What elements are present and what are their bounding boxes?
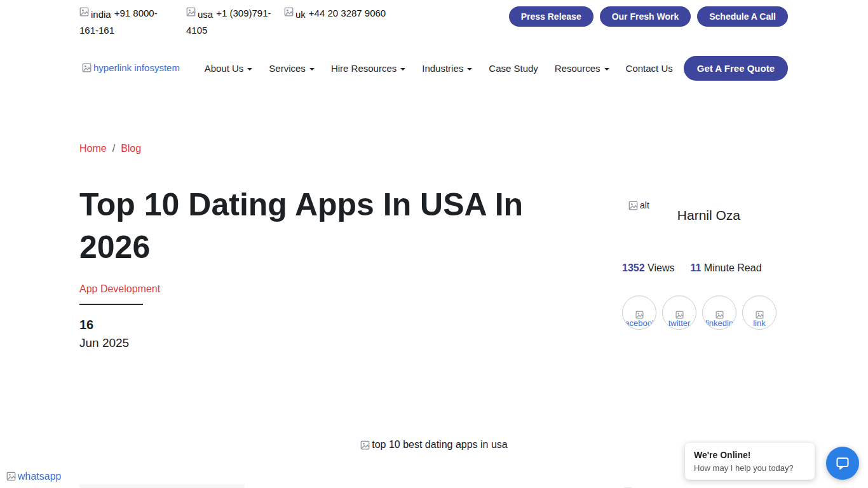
hero-image-alt: top 10 best dating apps in usa xyxy=(372,439,508,451)
page-title: Top 10 Dating Apps In USA In 2026 xyxy=(79,184,562,268)
twitter-image-alt: twitter xyxy=(668,319,691,327)
twitter-share-button[interactable]: twitter xyxy=(662,295,696,330)
nav-item-hire-resources[interactable]: Hire Resources xyxy=(331,63,405,74)
left-sidebar-card xyxy=(79,484,245,488)
article-stats: 1352 Views 11 Minute Read xyxy=(622,262,788,274)
nav-menu: About Us Services Hire Resources Industr… xyxy=(205,63,673,74)
nav-item-label: Industries xyxy=(422,63,463,74)
copy-link-button[interactable]: link xyxy=(742,295,776,330)
read-time-label: Minute Read xyxy=(704,262,762,273)
uk-flag-alt: uk xyxy=(295,6,306,22)
phone-list: india+91 8000-161-161 usa+1 (309)791-410… xyxy=(79,5,386,38)
phone-link-india[interactable]: india+91 8000-161-161 xyxy=(79,5,176,38)
broken-image-icon xyxy=(6,471,16,481)
article-body-top: The way of finding new people has change… xyxy=(0,483,868,488)
linkedin-share-button[interactable]: linkedin xyxy=(702,295,736,330)
topbar: india+91 8000-161-161 usa+1 (309)791-410… xyxy=(0,0,868,38)
nav-item-label: Resources xyxy=(555,63,600,74)
nav-item-industries[interactable]: Industries xyxy=(422,63,472,74)
our-fresh-work-button[interactable]: Our Fresh Work xyxy=(600,6,691,27)
nav-item-contact-us[interactable]: Contact Us xyxy=(626,63,673,74)
india-flag-image: india xyxy=(79,6,111,22)
read-time-count: 11 xyxy=(690,262,701,273)
avatar-alt-text: alt xyxy=(640,200,649,210)
article-header: Top 10 Dating Apps In USA In 2026 App De… xyxy=(79,184,788,350)
broken-image-icon xyxy=(186,7,196,17)
breadcrumb-home-link[interactable]: Home xyxy=(79,143,107,154)
article-title-block: Top 10 Dating Apps In USA In 2026 App De… xyxy=(79,184,562,350)
chevron-down-icon xyxy=(467,68,472,71)
views-label: Views xyxy=(648,262,674,273)
topbar-actions: Press Release Our Fresh Work Schedule A … xyxy=(509,6,788,27)
broken-image-icon xyxy=(284,7,294,17)
chat-status-text: We're Online! xyxy=(694,450,806,460)
chevron-down-icon xyxy=(400,68,405,71)
get-free-quote-button[interactable]: Get A Free Quote xyxy=(684,56,788,81)
logo-alt-text: hyperlink infosystem xyxy=(93,62,180,73)
nav-item-services[interactable]: Services xyxy=(269,63,315,74)
facebook-share-button[interactable]: facebook xyxy=(622,295,656,330)
broken-image-icon xyxy=(360,440,370,450)
linkedin-image-alt: linkedin xyxy=(705,319,733,327)
broken-image-icon xyxy=(628,201,638,210)
chevron-down-icon xyxy=(309,68,315,71)
author-avatar: alt xyxy=(628,200,649,210)
breadcrumb-blog-link[interactable]: Blog xyxy=(121,143,141,154)
publish-date-day: 16 xyxy=(79,318,562,332)
facebook-image-alt: facebook xyxy=(623,319,656,327)
share-buttons: facebook twitter linkedin link xyxy=(622,295,788,330)
nav-item-label: Hire Resources xyxy=(331,63,397,74)
nav-item-resources[interactable]: Resources xyxy=(555,63,609,74)
press-release-button[interactable]: Press Release xyxy=(509,6,593,27)
views-count: 1352 xyxy=(622,262,645,273)
breadcrumb: Home/Blog xyxy=(79,143,868,154)
phone-link-usa[interactable]: usa+1 (309)791-4105 xyxy=(186,5,271,38)
nav-item-label: Contact Us xyxy=(626,63,673,74)
author-name: Harnil Oza xyxy=(677,208,740,223)
publish-date-month-year: Jun 2025 xyxy=(79,336,562,350)
nav-item-label: Services xyxy=(269,63,306,74)
breadcrumb-separator: / xyxy=(112,143,115,154)
link-image-alt: link xyxy=(753,319,766,327)
whatsapp-button[interactable]: whatsapp xyxy=(6,471,62,484)
broken-image-icon xyxy=(82,63,92,72)
chat-tooltip: We're Online! How may I help you today? xyxy=(685,443,815,480)
nav-item-label: Case Study xyxy=(489,63,538,74)
nav-item-case-study[interactable]: Case Study xyxy=(489,63,538,74)
logo-image: hyperlink infosystem xyxy=(82,62,180,73)
chevron-down-icon xyxy=(604,68,609,71)
main-navbar: hyperlink infosystem About Us Services H… xyxy=(0,38,868,92)
views-stat: 1352 Views xyxy=(622,262,674,274)
india-flag-alt: india xyxy=(91,6,111,22)
author-row: alt Harnil Oza xyxy=(622,200,788,223)
whatsapp-image-alt: whatsapp xyxy=(18,471,62,482)
phone-number-uk: +44 20 3287 9060 xyxy=(309,8,386,18)
schedule-a-call-button[interactable]: Schedule A Call xyxy=(697,6,788,27)
logo-link[interactable]: hyperlink infosystem xyxy=(82,62,180,74)
broken-image-icon xyxy=(79,7,89,17)
nav-item-about-us[interactable]: About Us xyxy=(205,63,253,74)
chevron-down-icon xyxy=(247,68,252,71)
usa-flag-image: usa xyxy=(186,6,213,22)
author-panel: alt Harnil Oza 1352 Views 11 Minute Read… xyxy=(622,184,788,350)
chat-help-text: How may I help you today? xyxy=(694,463,806,473)
read-time-stat: 11 Minute Read xyxy=(690,262,761,274)
title-divider xyxy=(79,304,143,305)
phone-link-uk[interactable]: uk+44 20 3287 9060 xyxy=(284,5,386,38)
chat-launcher-button[interactable] xyxy=(826,447,859,480)
uk-flag-image: uk xyxy=(284,6,306,22)
chat-bubble-icon xyxy=(835,456,850,471)
category-link[interactable]: App Development xyxy=(79,283,160,295)
nav-item-label: About Us xyxy=(205,63,244,74)
usa-flag-alt: usa xyxy=(198,6,213,22)
